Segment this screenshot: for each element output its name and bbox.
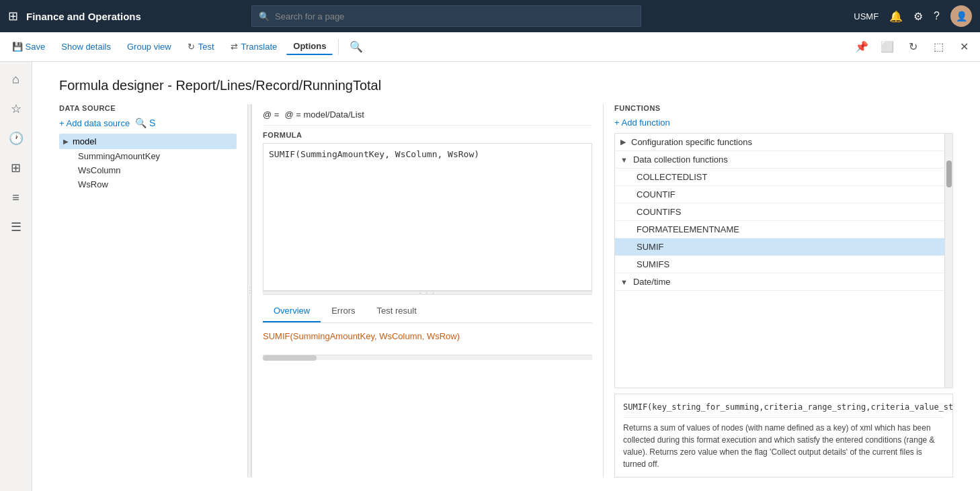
toolbar-separator	[338, 39, 339, 55]
group-view-button[interactable]: Group view	[120, 39, 178, 54]
functions-scrollbar[interactable]	[944, 134, 952, 388]
functions-list: ▶ Configuration specific functions ▼ Dat…	[615, 134, 944, 388]
sidebar-recent-icon[interactable]: 🕐	[4, 126, 28, 150]
fn-group-config[interactable]: ▶ Configuration specific functions	[615, 134, 944, 151]
tree-arrow-model: ▶	[63, 138, 69, 145]
formula-bar: @ = @ = model/Data/List	[263, 104, 592, 126]
tab-overview[interactable]: Overview	[263, 300, 321, 322]
fn-signature: SUMIF(key_string_for_summing,criteria_ra…	[623, 401, 944, 418]
functions-header: FUNCTIONS	[614, 104, 953, 112]
fn-item-formatelementname[interactable]: FORMATELEMENTNAME	[615, 221, 944, 238]
test-button[interactable]: ↻ Test	[181, 39, 221, 54]
sidebar-workspace-icon[interactable]: ⊞	[4, 156, 28, 180]
description-box: SUMIF(key_string_for_summing,criteria_ra…	[614, 394, 953, 478]
fn-item-sumifs[interactable]: SUMIFS	[615, 256, 944, 273]
options-button[interactable]: Options	[286, 38, 333, 55]
translate-button[interactable]: ⇄ Translate	[224, 39, 284, 54]
save-button[interactable]: 💾 Save	[5, 39, 52, 54]
formula-label: FORMULA	[263, 131, 592, 139]
username-label: USMF	[854, 11, 879, 21]
datasource-panel: DATA SOURCE + Add data source 🔍 S ▶ mode…	[59, 104, 247, 478]
resize-handle[interactable]: · · ·	[263, 291, 592, 295]
sidebar-list-icon[interactable]: ≡	[4, 185, 28, 210]
tree-child-summingamountkey[interactable]: SummingAmountKey	[59, 149, 237, 163]
toolbar: 💾 Save Show details Group view ↻ Test ⇄ …	[0, 32, 980, 62]
search-icon: 🔍	[259, 11, 270, 21]
fn-arrow-config: ▶	[620, 138, 626, 146]
left-sidebar: ⌂ ☆ 🕐 ⊞ ≡ ☰	[0, 62, 32, 491]
tab-bar: Overview Errors Test result	[263, 300, 592, 323]
sidebar-star-icon[interactable]: ☆	[4, 97, 28, 121]
tree-child-wscolumn[interactable]: WsColumn	[59, 163, 237, 177]
functions-panel: FUNCTIONS + Add function ▶ Configuration…	[604, 104, 953, 478]
fn-group-config-label: Configuration specific functions	[631, 137, 752, 147]
fn-arrow-datacollection: ▼	[620, 156, 628, 164]
formula-bar-at: @ =	[263, 109, 279, 120]
app-title: Finance and Operations	[26, 11, 141, 22]
fn-group-datacollection-label: Data collection functions	[633, 154, 728, 165]
fn-item-sumif[interactable]: SUMIF	[615, 238, 944, 256]
fn-item-collectedlist[interactable]: COLLECTEDLIST	[615, 169, 944, 186]
pinned-icon[interactable]: 📌	[851, 36, 872, 58]
datasource-tree: ▶ model SummingAmountKey WsColumn WsRow	[59, 134, 237, 191]
add-function-link[interactable]: + Add function	[614, 118, 953, 128]
datasource-label: DATA SOURCE	[59, 104, 237, 112]
fn-group-datacollection[interactable]: ▼ Data collection functions	[615, 151, 944, 169]
page-header: Formula designer - Report/Lines/Record/R…	[32, 62, 980, 104]
refresh-icon[interactable]: ↻	[902, 36, 924, 58]
formula-bar-expr: @ = model/Data/List	[282, 109, 364, 120]
search-input[interactable]	[275, 11, 634, 21]
fn-arrow-datetime: ▼	[620, 278, 628, 286]
fn-item-countifs[interactable]: COUNTIFS	[615, 204, 944, 221]
designer-area: DATA SOURCE + Add data source 🔍 S ▶ mode…	[32, 104, 980, 491]
formula-bottom-scrollbar[interactable]	[263, 355, 592, 360]
tab-content-overview: SUMIF(SummingAmountKey, WsColumn, WsRow)	[263, 323, 592, 349]
content-area: Formula designer - Report/Lines/Record/R…	[32, 62, 980, 491]
fn-description-text: Returns a sum of values of nodes (with n…	[623, 422, 944, 470]
fn-group-datetime-label: Date/time	[633, 277, 671, 287]
functions-scrollbar-thumb[interactable]	[946, 161, 952, 187]
help-icon[interactable]: ?	[934, 10, 940, 22]
sidebar-home-icon[interactable]: ⌂	[4, 67, 28, 91]
tree-item-model[interactable]: ▶ model	[59, 134, 237, 149]
office-icon[interactable]: ⬜	[876, 36, 898, 58]
tree-child-wsrow[interactable]: WsRow	[59, 177, 237, 191]
resize-dots: · · ·	[419, 289, 436, 297]
avatar[interactable]: 👤	[950, 5, 972, 27]
fn-item-countif[interactable]: COUNTIF	[615, 186, 944, 204]
toolbar-right-icons: 📌 ⬜ ↻ ⬚ ✕	[851, 36, 975, 58]
formula-scrollbar-thumb[interactable]	[263, 355, 317, 361]
page-title: Formula designer - Report/Lines/Record/R…	[59, 78, 953, 93]
formula-editor[interactable]: SUMIF(SummingAmountKey, WsColumn, WsRow)	[263, 143, 592, 291]
add-datasource-link[interactable]: + Add data source	[59, 118, 130, 128]
tab-errors[interactable]: Errors	[321, 300, 366, 322]
close-icon[interactable]: ✕	[953, 36, 975, 58]
formula-panel: @ = @ = model/Data/List FORMULA SUMIF(Su…	[251, 104, 604, 478]
main-layout: ⌂ ☆ 🕐 ⊞ ≡ ☰ Formula designer - Report/Li…	[0, 62, 980, 491]
show-details-button[interactable]: Show details	[54, 39, 118, 54]
datasource-toolbar: + Add data source 🔍 S	[59, 118, 237, 128]
search-toolbar-icon[interactable]: 🔍	[344, 40, 368, 53]
datasource-search-icon[interactable]: 🔍 S	[135, 118, 155, 128]
tab-testresult[interactable]: Test result	[366, 300, 427, 322]
open-icon[interactable]: ⬚	[928, 36, 949, 58]
tree-label-model: model	[73, 136, 96, 146]
top-nav: ⊞ Finance and Operations 🔍 USMF 🔔 ⚙ ? 👤	[0, 0, 980, 32]
functions-label: FUNCTIONS	[614, 104, 661, 112]
fn-group-datetime[interactable]: ▼ Date/time	[615, 273, 944, 291]
settings-icon[interactable]: ⚙	[913, 10, 923, 23]
grid-icon[interactable]: ⊞	[8, 9, 18, 24]
top-nav-right: USMF 🔔 ⚙ ? 👤	[854, 5, 972, 27]
search-bar[interactable]: 🔍	[251, 5, 641, 27]
functions-list-wrap: ▶ Configuration specific functions ▼ Dat…	[614, 133, 953, 388]
notification-icon[interactable]: 🔔	[889, 10, 903, 23]
formula-result: SUMIF(SummingAmountKey, WsColumn, WsRow)	[263, 331, 460, 341]
sidebar-menu-icon[interactable]: ☰	[4, 215, 28, 239]
